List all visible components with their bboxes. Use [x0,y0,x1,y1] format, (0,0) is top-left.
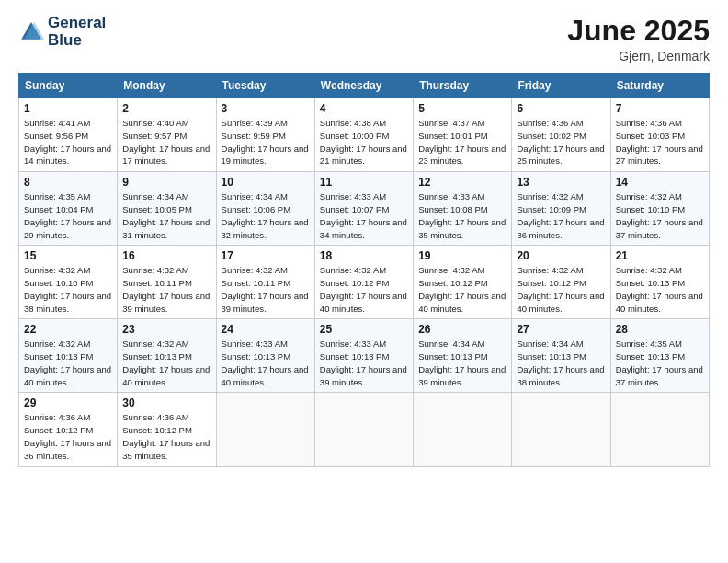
weekday-header-row: SundayMondayTuesdayWednesdayThursdayFrid… [19,74,710,98]
calendar-cell: 3Sunrise: 4:39 AMSunset: 9:59 PMDaylight… [216,98,314,172]
day-info: Sunrise: 4:32 AMSunset: 10:11 PMDaylight… [222,264,310,315]
day-info: Sunrise: 4:37 AMSunset: 10:01 PMDaylight… [418,117,506,167]
day-info: Sunrise: 4:36 AMSunset: 10:12 PMDaylight… [122,411,210,462]
day-number: 27 [517,323,605,336]
header: General Blue June 2025 Gjern, Denmark [18,15,710,63]
day-info: Sunrise: 4:41 AMSunset: 9:56 PMDaylight:… [24,117,112,167]
day-info: Sunrise: 4:40 AMSunset: 9:57 PMDaylight:… [122,117,210,167]
calendar-cell: 17Sunrise: 4:32 AMSunset: 10:11 PMDaylig… [216,246,314,319]
day-info: Sunrise: 4:33 AMSunset: 10:13 PMDaylight… [222,338,310,388]
calendar-table: SundayMondayTuesdayWednesdayThursdayFrid… [18,73,710,466]
day-info: Sunrise: 4:39 AMSunset: 9:59 PMDaylight:… [222,117,310,167]
day-info: Sunrise: 4:32 AMSunset: 10:13 PMDaylight… [122,338,210,388]
day-number: 9 [122,176,210,189]
calendar-cell: 12Sunrise: 4:33 AMSunset: 10:08 PMDaylig… [414,172,512,246]
calendar-cell [216,393,314,466]
calendar-cell: 7Sunrise: 4:36 AMSunset: 10:03 PMDayligh… [610,98,709,172]
calendar-cell: 4Sunrise: 4:38 AMSunset: 10:00 PMDayligh… [314,98,413,172]
calendar-week-2: 8Sunrise: 4:35 AMSunset: 10:04 PMDayligh… [19,172,710,246]
location: Gjern, Denmark [567,49,710,63]
day-number: 10 [222,176,310,189]
day-number: 14 [616,176,704,189]
day-number: 30 [122,396,210,409]
day-info: Sunrise: 4:33 AMSunset: 10:07 PMDaylight… [320,190,408,241]
calendar-cell: 10Sunrise: 4:34 AMSunset: 10:06 PMDaylig… [216,172,314,246]
calendar-cell: 8Sunrise: 4:35 AMSunset: 10:04 PMDayligh… [19,172,118,246]
day-number: 23 [122,323,210,336]
calendar-cell: 27Sunrise: 4:34 AMSunset: 10:13 PMDaylig… [512,319,610,393]
day-info: Sunrise: 4:33 AMSunset: 10:13 PMDaylight… [320,338,408,388]
weekday-header-sunday: Sunday [19,74,118,98]
calendar-cell [314,393,413,466]
calendar-cell: 30Sunrise: 4:36 AMSunset: 10:12 PMDaylig… [118,393,216,466]
calendar-cell [610,393,709,466]
weekday-header-thursday: Thursday [414,74,512,98]
logo-icon [18,19,44,45]
page: General Blue June 2025 Gjern, Denmark Su… [0,0,728,563]
calendar-week-1: 1Sunrise: 4:41 AMSunset: 9:56 PMDaylight… [19,98,710,172]
calendar-week-3: 15Sunrise: 4:32 AMSunset: 10:10 PMDaylig… [19,246,710,319]
day-number: 29 [24,396,112,409]
calendar-cell: 13Sunrise: 4:32 AMSunset: 10:09 PMDaylig… [512,172,610,246]
calendar-cell: 20Sunrise: 4:32 AMSunset: 10:12 PMDaylig… [512,246,610,319]
calendar-cell: 23Sunrise: 4:32 AMSunset: 10:13 PMDaylig… [118,319,216,393]
day-number: 28 [616,323,704,336]
day-number: 12 [418,176,506,189]
weekday-header-saturday: Saturday [610,74,709,98]
day-info: Sunrise: 4:32 AMSunset: 10:12 PMDaylight… [320,264,408,315]
day-info: Sunrise: 4:32 AMSunset: 10:11 PMDaylight… [122,264,210,315]
day-info: Sunrise: 4:34 AMSunset: 10:06 PMDaylight… [222,190,310,241]
title-block: June 2025 Gjern, Denmark [567,15,710,63]
day-info: Sunrise: 4:32 AMSunset: 10:09 PMDaylight… [517,190,605,241]
calendar-cell: 5Sunrise: 4:37 AMSunset: 10:01 PMDayligh… [414,98,512,172]
calendar-cell [512,393,610,466]
day-number: 3 [222,102,310,115]
calendar-cell: 25Sunrise: 4:33 AMSunset: 10:13 PMDaylig… [314,319,413,393]
calendar-cell: 14Sunrise: 4:32 AMSunset: 10:10 PMDaylig… [610,172,709,246]
calendar-week-5: 29Sunrise: 4:36 AMSunset: 10:12 PMDaylig… [19,393,710,466]
day-number: 21 [616,249,704,262]
calendar-cell: 29Sunrise: 4:36 AMSunset: 10:12 PMDaylig… [19,393,118,466]
day-number: 19 [418,249,506,262]
day-number: 5 [418,102,506,115]
day-number: 8 [24,176,112,189]
day-number: 25 [320,323,408,336]
day-info: Sunrise: 4:32 AMSunset: 10:12 PMDaylight… [418,264,506,315]
day-number: 26 [418,323,506,336]
day-info: Sunrise: 4:38 AMSunset: 10:00 PMDaylight… [320,117,408,167]
day-number: 4 [320,102,408,115]
calendar-cell: 9Sunrise: 4:34 AMSunset: 10:05 PMDayligh… [118,172,216,246]
day-number: 2 [122,102,210,115]
calendar-cell: 26Sunrise: 4:34 AMSunset: 10:13 PMDaylig… [414,319,512,393]
calendar-week-4: 22Sunrise: 4:32 AMSunset: 10:13 PMDaylig… [19,319,710,393]
calendar-cell: 18Sunrise: 4:32 AMSunset: 10:12 PMDaylig… [314,246,413,319]
day-number: 7 [616,102,704,115]
calendar-cell: 11Sunrise: 4:33 AMSunset: 10:07 PMDaylig… [314,172,413,246]
day-number: 16 [122,249,210,262]
calendar-cell: 15Sunrise: 4:32 AMSunset: 10:10 PMDaylig… [19,246,118,319]
weekday-header-friday: Friday [512,74,610,98]
weekday-header-monday: Monday [118,74,216,98]
calendar-cell: 24Sunrise: 4:33 AMSunset: 10:13 PMDaylig… [216,319,314,393]
day-number: 15 [24,249,112,262]
day-info: Sunrise: 4:36 AMSunset: 10:02 PMDaylight… [517,117,605,167]
month-title: June 2025 [567,15,710,47]
calendar-cell: 22Sunrise: 4:32 AMSunset: 10:13 PMDaylig… [19,319,118,393]
day-info: Sunrise: 4:36 AMSunset: 10:12 PMDaylight… [24,411,112,462]
day-number: 18 [320,249,408,262]
logo: General Blue [18,15,106,49]
calendar-cell: 1Sunrise: 4:41 AMSunset: 9:56 PMDaylight… [19,98,118,172]
day-info: Sunrise: 4:32 AMSunset: 10:12 PMDaylight… [517,264,605,315]
day-number: 6 [517,102,605,115]
calendar-cell: 19Sunrise: 4:32 AMSunset: 10:12 PMDaylig… [414,246,512,319]
day-info: Sunrise: 4:35 AMSunset: 10:13 PMDaylight… [616,338,704,388]
day-number: 11 [320,176,408,189]
day-info: Sunrise: 4:32 AMSunset: 10:13 PMDaylight… [24,338,112,388]
calendar-cell: 21Sunrise: 4:32 AMSunset: 10:13 PMDaylig… [610,246,709,319]
day-info: Sunrise: 4:34 AMSunset: 10:05 PMDaylight… [122,190,210,241]
calendar-cell: 2Sunrise: 4:40 AMSunset: 9:57 PMDaylight… [118,98,216,172]
calendar-cell [414,393,512,466]
day-number: 1 [24,102,112,115]
day-info: Sunrise: 4:35 AMSunset: 10:04 PMDaylight… [24,190,112,241]
day-number: 24 [222,323,310,336]
